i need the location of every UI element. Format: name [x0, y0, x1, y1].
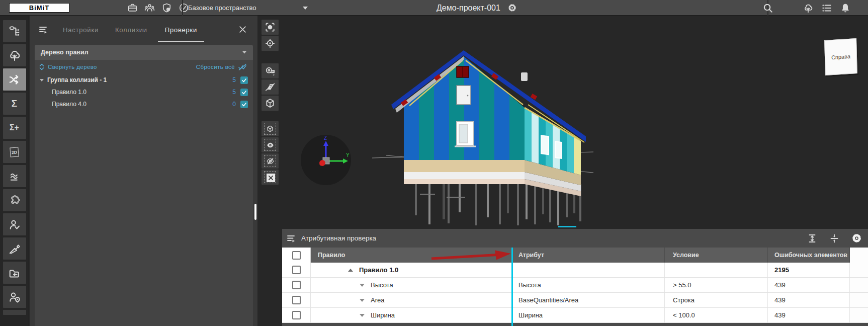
- tree-item-group[interactable]: Группа коллизий - 1 5: [35, 74, 253, 86]
- sidebar-item-charts[interactable]: [3, 165, 26, 187]
- sidebar-item-2d-drawings[interactable]: 2D: [3, 141, 26, 163]
- sidebar-item-summary[interactable]: Σ: [3, 93, 26, 115]
- sidebar-item-construction-trowel[interactable]: [3, 237, 26, 260]
- sigma-icon: Σ: [12, 98, 17, 109]
- panel-resize-handle[interactable]: [558, 226, 576, 227]
- chevron-down-icon[interactable]: [40, 79, 44, 82]
- view-cube-face[interactable]: Справа: [824, 38, 857, 75]
- panel-menu-icon[interactable]: [286, 234, 296, 243]
- chevron-down-icon: [303, 7, 308, 10]
- panel-scrollbar[interactable]: [254, 204, 256, 220]
- workspace-dropdown[interactable]: Базовое пространство: [188, 0, 308, 16]
- table-row-attribute[interactable]: Area BaseQuantities/Area Строка 439: [282, 293, 868, 308]
- row-checkbox[interactable]: [292, 296, 301, 304]
- 2d-document-icon: 2D: [10, 147, 19, 157]
- app-logo-text: BiMiT: [29, 4, 49, 12]
- axis-gizmo[interactable]: Z Y: [301, 135, 351, 185]
- rules-tree-header[interactable]: Дерево правил: [35, 45, 253, 60]
- panel-title: Атрибутивная проверка: [301, 234, 376, 242]
- sidebar-item-model-tree[interactable]: [3, 44, 26, 66]
- rules-tree-title: Дерево правил: [41, 49, 89, 56]
- check-circle-icon[interactable]: [179, 3, 189, 13]
- sidebar-item-model-structure[interactable]: [3, 20, 26, 42]
- measure-tool-button[interactable]: [262, 63, 279, 78]
- fit-to-view-button[interactable]: [262, 20, 279, 35]
- collapse-tree-link[interactable]: Свернуть дерево: [39, 63, 97, 71]
- expand-down-icon[interactable]: [360, 299, 365, 302]
- uncheck-all-icon: [238, 63, 247, 71]
- project-settings-gear-icon[interactable]: [507, 3, 517, 13]
- team-icon[interactable]: [144, 3, 155, 13]
- tree-checkbox[interactable]: [240, 101, 248, 108]
- sidebar-item-more[interactable]: [3, 310, 26, 315]
- checks-panel: Настройки Коллизии Проверки Дерево прави…: [30, 16, 257, 326]
- expand-down-icon[interactable]: [360, 314, 365, 317]
- topbar-separator: [182, 0, 183, 16]
- axis-y-label: Y: [346, 152, 350, 158]
- tab-settings[interactable]: Настройки: [63, 16, 99, 44]
- chevron-down-icon: [242, 51, 247, 53]
- row-checkbox[interactable]: [292, 281, 301, 289]
- clear-selection-button[interactable]: [262, 170, 279, 185]
- sidebar-item-plugins[interactable]: [3, 189, 26, 211]
- tree-item-rule-4[interactable]: Правило 4.0 0: [35, 98, 253, 110]
- tab-collisions[interactable]: Коллизии: [115, 16, 147, 44]
- sidebar-item-export-folder[interactable]: [3, 262, 26, 284]
- list-icon[interactable]: [821, 3, 832, 14]
- eye-slash-icon: [266, 157, 275, 166]
- tree-checkbox[interactable]: [240, 76, 248, 84]
- table-settings-gear-icon[interactable]: [851, 233, 862, 244]
- tree-checkbox[interactable]: [240, 89, 248, 96]
- hide-selection-button[interactable]: [262, 153, 279, 169]
- collision-count: 0: [229, 101, 236, 108]
- expand-down-icon[interactable]: [360, 284, 365, 287]
- highlighted-column-divider[interactable]: [511, 248, 513, 326]
- notifications-bell-icon[interactable]: [840, 3, 851, 14]
- collapse-up-icon[interactable]: [348, 269, 353, 272]
- table-row-attribute[interactable]: Ширина Ширина < 100.0 439: [282, 308, 868, 323]
- table-header: Правило Атрибут Условие Ошибочных элемен…: [282, 248, 868, 263]
- column-header-condition[interactable]: Условие: [665, 248, 768, 263]
- locate-target-button[interactable]: [262, 36, 279, 51]
- tab-checks[interactable]: Проверки: [165, 16, 197, 44]
- project-title: Демо-проект-001: [437, 4, 500, 13]
- search-icon[interactable]: [762, 3, 773, 14]
- column-header-errors[interactable]: Ошибочных элементов: [768, 248, 850, 263]
- select-all-checkbox-cell[interactable]: [282, 248, 311, 263]
- section-plane-button[interactable]: [262, 79, 279, 95]
- row-checkbox[interactable]: [292, 311, 301, 319]
- table-row-attribute[interactable]: Высота Высота > 55.0 439: [282, 278, 868, 293]
- house-model: [372, 45, 593, 226]
- shield-user-icon[interactable]: [161, 3, 172, 13]
- close-icon[interactable]: [239, 26, 246, 33]
- projects-briefcase-icon[interactable]: [127, 3, 138, 13]
- row-checkbox[interactable]: [292, 266, 301, 274]
- table-scroll-track[interactable]: [850, 248, 868, 263]
- axis-z-label: Z: [324, 135, 327, 141]
- sidebar-item-summary-add[interactable]: Σ+: [3, 117, 26, 139]
- tree-item-rule-1[interactable]: Правило 1.0 5: [35, 86, 253, 98]
- collapse-rows-icon[interactable]: [829, 233, 840, 244]
- panel-menu-icon[interactable]: [38, 25, 48, 34]
- workspace-dropdown-label: Базовое пространство: [188, 4, 256, 12]
- eye-icon: [266, 141, 275, 149]
- rules-tree-panel: Дерево правил Свернуть дерево Сбросить в…: [35, 45, 253, 326]
- reset-all-link[interactable]: Сбросить всё: [196, 63, 247, 71]
- sidebar-item-user-location[interactable]: [3, 286, 26, 308]
- table-row-rule[interactable]: Правило 1.0 2195: [282, 263, 868, 278]
- sidebar-item-user-check[interactable]: [3, 213, 26, 235]
- show-selection-button[interactable]: [262, 137, 279, 152]
- collision-count: 5: [229, 89, 236, 96]
- left-sidebar: Σ Σ+ 2D: [0, 16, 29, 326]
- viewport-toolbar: [262, 20, 279, 186]
- column-header-attribute[interactable]: Атрибут: [512, 248, 665, 263]
- isolate-selection-button[interactable]: [262, 121, 279, 136]
- section-box-button[interactable]: [262, 96, 279, 111]
- column-header-rule[interactable]: Правило: [311, 248, 512, 263]
- app-logo[interactable]: BiMiT: [9, 3, 69, 13]
- sidebar-item-clash-detection[interactable]: [3, 68, 26, 91]
- select-all-checkbox[interactable]: [292, 251, 301, 260]
- collision-count: 5: [229, 76, 236, 84]
- expand-rows-icon[interactable]: [807, 233, 818, 244]
- model-tree-icon[interactable]: [803, 3, 814, 14]
